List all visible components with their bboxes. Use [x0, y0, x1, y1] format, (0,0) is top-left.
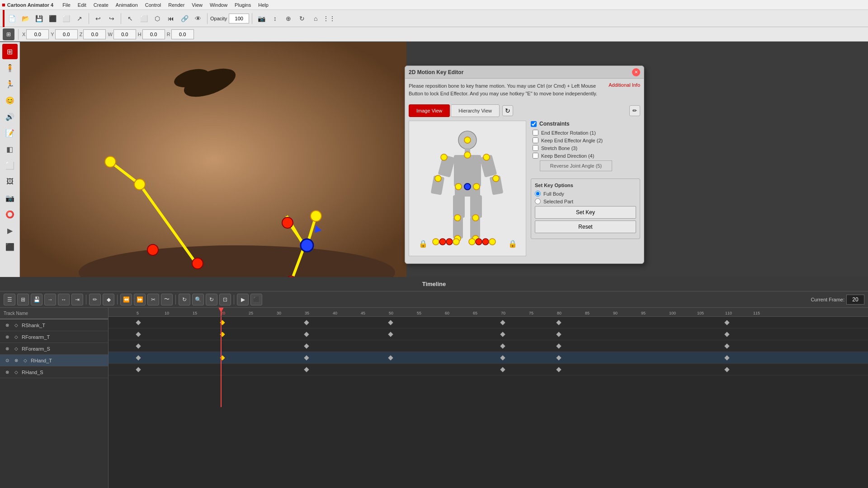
tl-wave-btn[interactable]: 〜	[161, 294, 173, 305]
rect-btn[interactable]: ⬜	[137, 12, 150, 25]
current-frame-input[interactable]	[846, 295, 864, 305]
tl-grid-btn[interactable]: ⊞	[17, 294, 29, 305]
menu-edit[interactable]: Edit	[74, 1, 90, 9]
track-diamond-rhand-t[interactable]: ◇	[22, 357, 29, 364]
track-row-rhand-t[interactable]: ⊙ ⊗ ◇ RHand_T	[0, 355, 108, 366]
sidebar-sound-btn[interactable]: 🔊	[2, 109, 18, 124]
menu-create[interactable]: Create	[90, 1, 112, 9]
figure-area[interactable]: 🔒 🔒	[409, 121, 526, 256]
camera-btn[interactable]: 📷	[255, 12, 268, 25]
sidebar-extra-btn[interactable]: ⭕	[2, 206, 18, 222]
diamond-rforearm-t-5[interactable]	[136, 332, 141, 337]
diamond-rhand-t-5[interactable]	[136, 355, 141, 360]
lasso-btn[interactable]: ⬡	[151, 12, 164, 25]
diamond-rforearm-t-110[interactable]	[724, 332, 729, 337]
tl-fwd-btn[interactable]: ⏩	[134, 294, 146, 305]
selected-part-radio[interactable]	[535, 198, 541, 204]
x-input[interactable]	[26, 29, 49, 39]
track-icon-rforearm-t[interactable]: ⊗	[4, 333, 11, 341]
menu-animation[interactable]: Animation	[112, 1, 142, 9]
main-canvas[interactable]	[20, 42, 406, 277]
r-input[interactable]	[171, 29, 194, 39]
tl-split-btn[interactable]: ✂	[147, 294, 159, 305]
new-btn[interactable]: 📄	[5, 12, 18, 25]
expand-btn[interactable]: ⋮⋮	[323, 12, 335, 25]
menu-view[interactable]: View	[188, 1, 206, 9]
track-icon-rhand-s[interactable]: ⊗	[4, 369, 11, 376]
additional-info-link[interactable]: Additional Info	[609, 82, 640, 88]
home-btn[interactable]: ⌂	[309, 12, 322, 25]
tl-move-btn[interactable]: ↔	[58, 294, 70, 305]
diamond-rshank-20[interactable]	[220, 320, 225, 325]
sidebar-camera-btn[interactable]: 📷	[2, 190, 18, 206]
redo-btn[interactable]: ↪	[105, 12, 118, 25]
track-icon-rhand-t[interactable]: ⊗	[13, 357, 20, 364]
y-input[interactable]	[55, 29, 78, 39]
menu-plugins[interactable]: Plugins	[231, 1, 255, 9]
set-key-btn[interactable]: Set Key	[535, 206, 636, 219]
open-btn[interactable]: 📂	[19, 12, 32, 25]
track-diamond-rforearm-s[interactable]: ◇	[13, 345, 20, 352]
stretch-bone-checkbox[interactable]	[533, 145, 538, 151]
eye-btn[interactable]: 👁	[192, 12, 204, 25]
import-btn[interactable]: ⬜	[60, 12, 72, 25]
motion-panel-close-btn[interactable]: ✕	[632, 68, 640, 76]
diamond-rforearm-s-110[interactable]	[724, 343, 729, 348]
w-input[interactable]	[113, 29, 136, 39]
track-row-rhand-s[interactable]: ⊗ ◇ RHand_S	[0, 366, 108, 378]
end-effector-rotation-checkbox[interactable]	[533, 130, 538, 136]
tl-loop-btn[interactable]: ↻	[179, 294, 190, 305]
panel-edit-btn[interactable]: ✏	[629, 105, 640, 116]
track-content-rforearm-t[interactable]	[108, 328, 868, 340]
track-icon-rforearm-s[interactable]: ⊗	[4, 345, 11, 352]
tl-edit-btn[interactable]: ✏	[89, 294, 101, 305]
reverse-joint-angle-btn[interactable]: Reverse Joint Angle (5)	[540, 160, 612, 171]
diamond-rforearm-s-70[interactable]	[500, 343, 505, 348]
menu-control[interactable]: Control	[142, 1, 165, 9]
keep-bend-direction-checkbox[interactable]	[533, 153, 538, 159]
tl-stop-btn[interactable]: ⬛	[250, 294, 262, 305]
reset-btn[interactable]: Reset	[535, 221, 636, 233]
skip-start-btn[interactable]: ⏮	[165, 12, 177, 25]
transform-btn[interactable]: ⊕	[282, 12, 295, 25]
diamond-rhand-t-35[interactable]	[304, 355, 309, 360]
diamond-rshank-80[interactable]	[556, 320, 561, 325]
menu-help[interactable]: Help	[255, 1, 272, 9]
tl-arrow-btn[interactable]: →	[44, 294, 56, 305]
track-expand-rhand-t[interactable]: ⊙	[4, 357, 11, 364]
menu-file[interactable]: File	[59, 1, 74, 9]
diamond-rshank-70[interactable]	[500, 320, 505, 325]
diamond-rhand-s-110[interactable]	[724, 367, 729, 372]
diamond-rforearm-s-5[interactable]	[136, 343, 141, 348]
track-row-rshank[interactable]: ⊗ ◇ RShank_T	[0, 319, 108, 331]
diamond-rhand-s-35[interactable]	[304, 367, 309, 372]
diamond-rhand-s-5[interactable]	[136, 367, 141, 372]
track-content-rshank[interactable]	[108, 317, 868, 328]
tl-key-btn[interactable]: ◆	[103, 294, 114, 305]
diamond-rhand-t-80[interactable]	[556, 355, 561, 360]
full-body-radio[interactable]	[535, 191, 541, 197]
sidebar-bg-btn[interactable]: 🖼	[2, 174, 18, 189]
tl-list-btn[interactable]: ☰	[4, 294, 15, 305]
sidebar-layer-btn[interactable]: ◧	[2, 141, 18, 157]
diamond-rshank-50[interactable]	[388, 320, 393, 325]
tl-play-btn[interactable]: ▶	[237, 294, 249, 305]
diamond-rforearm-t-70[interactable]	[500, 332, 505, 337]
export2-btn[interactable]: ↗	[73, 12, 86, 25]
diamond-rhand-t-110[interactable]	[724, 355, 729, 360]
select-btn[interactable]: ↖	[124, 12, 137, 25]
track-diamond-rhand-s[interactable]: ◇	[13, 369, 20, 376]
refresh-btn[interactable]: ↻	[296, 12, 308, 25]
link-btn[interactable]: 🔗	[178, 12, 191, 25]
tl-zoom-out-btn[interactable]: 🔍	[192, 294, 204, 305]
diamond-rhand-t-70[interactable]	[500, 355, 505, 360]
track-content-rforearm-s[interactable]	[108, 340, 868, 352]
track-diamond-rforearm-t[interactable]: ◇	[13, 333, 20, 341]
tab-hierarchy-view[interactable]: Hierarchy View	[451, 104, 500, 117]
sidebar-script-btn[interactable]: 📝	[2, 125, 18, 141]
diamond-rforearm-t-35[interactable]	[304, 332, 309, 337]
diamond-rforearm-s-80[interactable]	[556, 343, 561, 348]
menu-render[interactable]: Render	[165, 1, 188, 9]
diamond-rforearm-t-80[interactable]	[556, 332, 561, 337]
track-content-rhand-t[interactable]	[108, 352, 868, 364]
